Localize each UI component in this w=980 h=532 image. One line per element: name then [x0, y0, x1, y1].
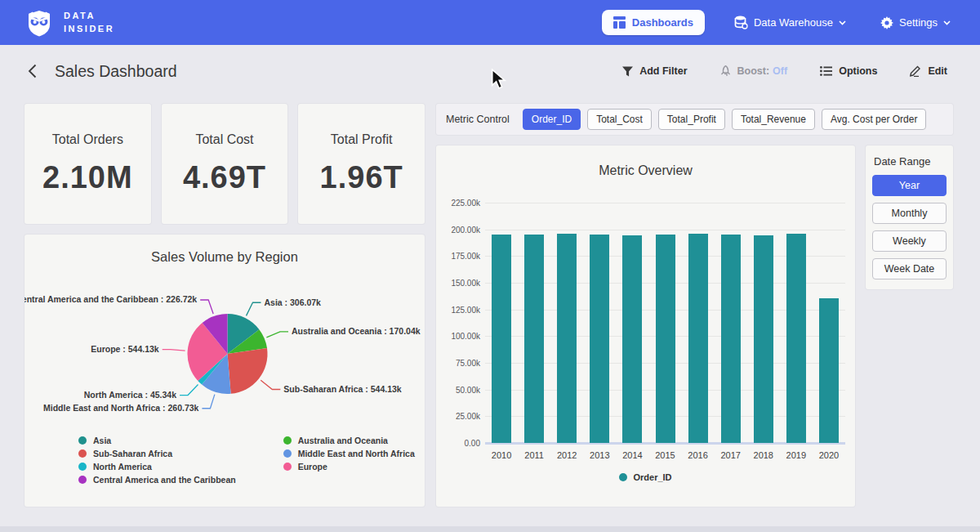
kpi-card-total-cost: Total Cost 4.69T: [162, 104, 288, 224]
date-range-week-date[interactable]: Week Date: [872, 258, 947, 279]
nav-dashboards-button[interactable]: Dashboards: [602, 10, 705, 35]
date-range-year[interactable]: Year: [872, 175, 947, 196]
boost-toggle[interactable]: Boost: Off: [715, 65, 793, 78]
legend-label: Middle East and North Africa: [298, 449, 415, 458]
legend-dot: [78, 436, 87, 445]
legend-label: Asia: [93, 436, 111, 445]
metric-option-order-id[interactable]: Order_ID: [523, 109, 581, 130]
date-range-monthly[interactable]: Monthly: [872, 203, 947, 224]
bar-2017[interactable]: [721, 235, 741, 443]
chevron-left-icon: [28, 64, 37, 78]
x-tick-label: 2013: [583, 450, 616, 460]
gridline: [485, 230, 845, 230]
x-tick-label: 2011: [518, 450, 550, 460]
bar-2014[interactable]: [622, 235, 642, 443]
legend-dot: [283, 436, 292, 445]
kpi-label: Total Orders: [52, 132, 123, 147]
bar-2010[interactable]: [492, 235, 511, 443]
app-window: DATA INSIDER Dashboards: [0, 0, 980, 532]
pie-legend-item-central-america-and-the-caribbean[interactable]: Central America and the Caribbean: [78, 475, 236, 485]
bar-2019[interactable]: [786, 234, 806, 443]
pie-callout-line: [202, 395, 214, 409]
bar-2011[interactable]: [524, 235, 544, 443]
date-range-weekly[interactable]: Weekly: [872, 230, 947, 252]
metric-option-total-cost[interactable]: Total_Cost: [587, 109, 652, 130]
pie-legend-item-australia-and-oceania[interactable]: Australia and Oceania: [283, 436, 415, 445]
legend-dot: [283, 449, 292, 458]
pie-callout-line: [261, 380, 280, 389]
pie-label-north-america: North America : 45.34k: [84, 390, 177, 400]
pie-label-europe: Europe : 544.13k: [91, 344, 159, 354]
chevron-down-icon: [839, 20, 846, 25]
metric-control-bar: Metric Control Order_IDTotal_CostTotal_P…: [436, 104, 953, 135]
metric-option-total-profit[interactable]: Total_Profit: [658, 109, 725, 130]
legend-label: North America: [93, 462, 152, 472]
kpi-card-total-orders: Total Orders 2.10M: [24, 104, 151, 224]
kpi-value: 2.10M: [42, 160, 133, 195]
kpi-label: Total Profit: [331, 132, 393, 147]
legend-dot: [78, 476, 87, 484]
pie-legend-item-middle-east-and-north-africa[interactable]: Middle East and North Africa: [283, 449, 415, 458]
metric-control-label: Metric Control: [446, 114, 510, 125]
y-tick-label: 100.00k: [436, 332, 480, 341]
legend-dot: [283, 463, 292, 471]
pie-label-australia-and-oceania: Australia and Oceania : 170.04k: [292, 326, 421, 336]
dashboard-grid-icon: [613, 16, 626, 29]
pie-label-central-america-and-the-caribbean: Central America and the Caribbean : 226.…: [24, 294, 197, 304]
list-icon: [820, 66, 832, 76]
x-tick-label: 2020: [813, 450, 845, 460]
owl-logo-icon: [24, 8, 54, 38]
metric-option-avg-cost-per-order[interactable]: Avg. Cost per Order: [822, 109, 927, 130]
pie-callout-line: [266, 332, 288, 338]
x-tick-label: 2014: [616, 450, 648, 460]
database-icon: [734, 16, 748, 29]
pie-legend-item-asia[interactable]: Asia: [78, 436, 236, 445]
page-header: Sales Dashboard Add Filter Boost: Off: [0, 45, 980, 97]
bar-2020[interactable]: [819, 298, 839, 443]
bar-2015[interactable]: [656, 235, 675, 443]
pie-label-sub-saharan-africa: Sub-Saharan Africa : 544.13k: [283, 384, 401, 394]
legend-dot: [78, 463, 87, 471]
legend-label: Central America and the Caribbean: [93, 475, 236, 485]
back-button[interactable]: [23, 64, 42, 78]
pie-callout-line: [163, 350, 185, 351]
rocket-icon: [720, 65, 731, 77]
pie-slice-sub-saharan-africa[interactable]: [228, 348, 268, 394]
pencil-icon: [910, 65, 921, 77]
pie-legend-item-north-america[interactable]: North America: [78, 462, 236, 472]
legend-label: Australia and Oceania: [298, 436, 388, 445]
brand-logo[interactable]: DATA INSIDER: [24, 8, 114, 38]
metric-option-total-revenue[interactable]: Total_Revenue: [732, 109, 815, 130]
x-tick-label: 2015: [649, 450, 682, 460]
x-tick-label: 2018: [747, 450, 780, 460]
date-range-panel: Date Range YearMonthlyWeeklyWeek Date: [866, 145, 953, 289]
bar-2018[interactable]: [754, 235, 773, 443]
y-tick-label: 125.00k: [436, 305, 480, 314]
bar-chart-legend: Order_ID: [436, 472, 855, 482]
edit-button[interactable]: Edit: [905, 65, 952, 78]
legend-label: Order_ID: [633, 472, 671, 482]
pie-legend-item-europe[interactable]: Europe: [283, 462, 415, 472]
pie-label-middle-east-and-north-africa: Middle East and North Africa : 260.73k: [43, 403, 199, 413]
chevron-down-icon: [943, 20, 951, 25]
kpi-card-total-profit: Total Profit 1.96T: [298, 104, 425, 224]
bar-chart: 225.00k200.00k175.00k150.00k125.00k100.0…: [436, 145, 855, 507]
nav-menu: Dashboards Data Warehouse: [602, 10, 956, 35]
pie-legend-item-sub-saharan-africa[interactable]: Sub-Saharan Africa: [78, 449, 236, 458]
bar-2016[interactable]: [688, 234, 708, 443]
top-navbar: DATA INSIDER Dashboards: [0, 0, 980, 45]
metric-overview-card: Metric Overview 225.00k200.00k175.00k150…: [436, 145, 855, 507]
legend-label: Sub-Saharan Africa: [93, 449, 172, 458]
options-button[interactable]: Options: [815, 65, 882, 78]
nav-settings-button[interactable]: Settings: [875, 16, 956, 30]
nav-data-warehouse-button[interactable]: Data Warehouse: [729, 15, 851, 30]
date-range-options: YearMonthlyWeeklyWeek Date: [872, 175, 947, 279]
page-title: Sales Dashboard: [55, 62, 177, 81]
kpi-value: 4.69T: [183, 160, 266, 195]
y-tick-label: 225.00k: [436, 199, 480, 208]
add-filter-button[interactable]: Add Filter: [617, 65, 692, 78]
x-tick-label: 2010: [485, 450, 518, 460]
bar-2012[interactable]: [557, 234, 577, 443]
boost-label: Boost:: [737, 65, 770, 77]
bar-2013[interactable]: [590, 235, 609, 443]
